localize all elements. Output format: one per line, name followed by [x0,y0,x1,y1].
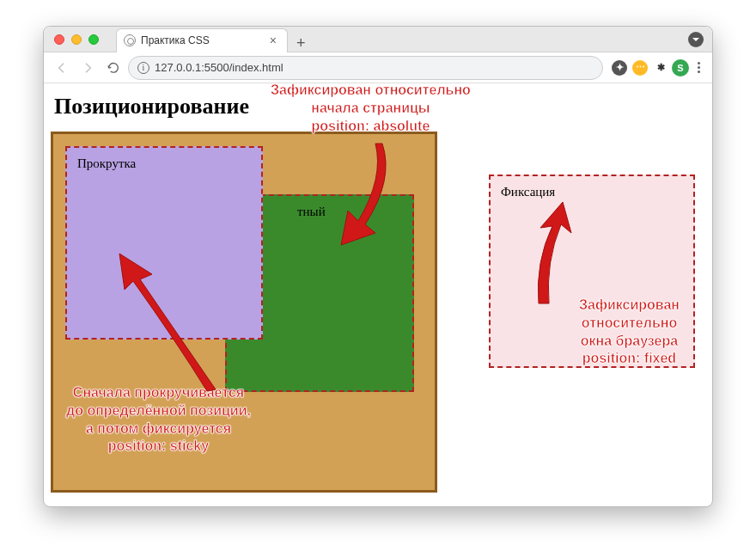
arrow-to-sticky-icon [104,245,224,395]
extension-icons: ✦ ⋯ ✱ [612,60,668,76]
tab-overflow-button[interactable] [688,32,704,47]
globe-icon [124,34,136,46]
fixed-box-label: Фиксация [501,185,555,199]
extensions-puzzle-icon[interactable]: ✱ [653,60,668,76]
maximize-window-button[interactable] [88,34,99,45]
browser-window: Практика CSS × + i 127.0.0.1:5500/index.… [43,26,713,507]
site-info-icon[interactable]: i [137,62,149,74]
annotation-sticky: Сначала прокручивается до определённой п… [66,384,251,456]
sticky-box-label: Прокрутка [77,156,136,170]
titlebar: Практика CSS × + [44,27,712,52]
extension-icon-2[interactable]: ⋯ [632,60,648,76]
menu-button[interactable] [692,62,705,73]
arrow-to-absolute-icon [332,144,401,250]
url-text: 127.0.0.1:5500/index.html [155,61,284,74]
tab-active[interactable]: Практика CSS × [116,28,288,52]
traffic-lights [44,34,99,45]
close-tab-button[interactable]: × [266,34,280,47]
back-button[interactable] [51,57,73,79]
extension-icon-1[interactable]: ✦ [612,60,627,76]
tabstrip: Практика CSS × + [116,27,688,52]
chevron-down-icon [688,32,704,47]
tab-title: Практика CSS [141,34,266,46]
annotation-fixed: Зафиксирован относительно окна браузера … [579,297,680,368]
absolute-box-label: тный [297,205,326,218]
forward-button[interactable] [76,57,99,79]
new-tab-button[interactable]: + [288,34,314,52]
close-window-button[interactable] [54,34,64,45]
page-viewport: Позиционирование тный Прокрутка Фиксация… [44,83,712,506]
arrow-to-fixed-icon [515,202,583,309]
profile-avatar[interactable]: S [672,59,689,77]
annotation-absolute: Зафиксирован относительно начала страниц… [271,83,471,135]
toolbar: i 127.0.0.1:5500/index.html ✦ ⋯ ✱ S [44,52,712,83]
address-bar[interactable]: i 127.0.0.1:5500/index.html [128,56,603,80]
reload-button[interactable] [102,57,125,79]
minimize-window-button[interactable] [71,34,82,45]
